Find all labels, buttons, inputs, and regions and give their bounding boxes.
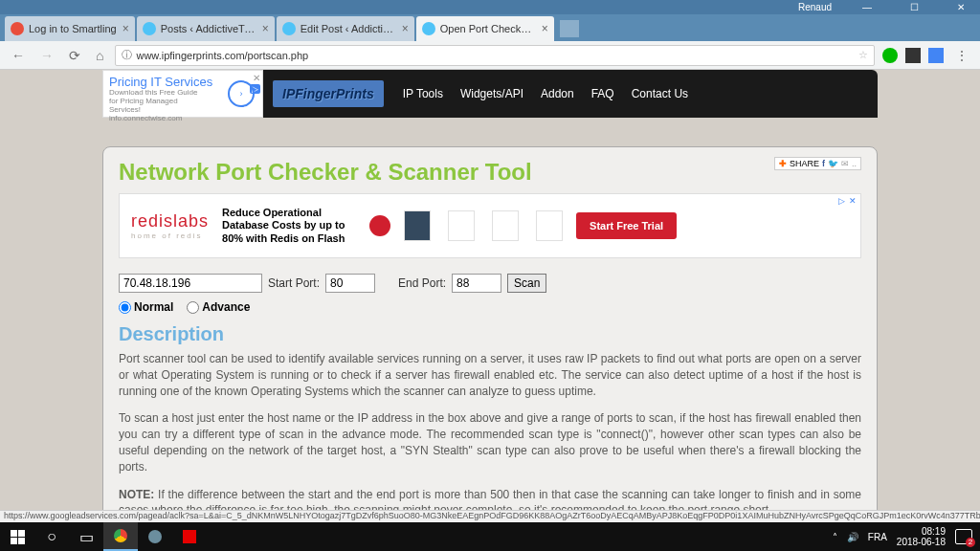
- extension-icon[interactable]: [882, 48, 898, 63]
- info-icon: ⓘ: [122, 48, 132, 62]
- ad-text: Reduce Operational Database Costs by up …: [222, 207, 356, 245]
- nav-addon[interactable]: Addon: [541, 87, 574, 100]
- tray-lang[interactable]: FRA: [868, 532, 887, 542]
- star-icon[interactable]: ☆: [858, 49, 868, 61]
- cortana-button[interactable]: ○: [34, 522, 69, 551]
- ad-brand: redislabs home of redis: [131, 211, 209, 240]
- top-strip: ✕ ▷ Pricing IT Services Download this Fr…: [102, 70, 878, 118]
- taskbar-app[interactable]: [138, 522, 172, 551]
- end-port-input[interactable]: [452, 274, 501, 293]
- close-icon[interactable]: ×: [122, 22, 129, 35]
- tab-title: Posts ‹ AddictiveTips — \: [161, 23, 256, 34]
- sidebar-ad[interactable]: ✕ ▷ Pricing IT Services Download this Fr…: [102, 70, 263, 118]
- clock-date: 2018-06-18: [897, 537, 946, 547]
- clock-time: 08:19: [897, 526, 946, 537]
- description-p1: Port scanner tool can be used to identif…: [119, 351, 861, 399]
- tab-portchecker[interactable]: Open Port Checker & Sca ×: [416, 16, 554, 41]
- ad-subtitle: Download this Free Guide for Pricing Man…: [109, 89, 205, 114]
- more-share-icon[interactable]: ..: [852, 159, 857, 168]
- browser-toolbar: ← → ⟳ ⌂ ⓘ www.ipfingerprints.com/portsca…: [0, 41, 980, 70]
- radio-normal[interactable]: Normal: [119, 300, 173, 314]
- site-logo[interactable]: IPFingerPrints: [273, 80, 384, 107]
- status-bar: https://www.googleadservices.com/pagead/…: [0, 510, 980, 522]
- tab-favicon: [422, 22, 435, 35]
- nav-iptools[interactable]: IP Tools: [403, 87, 443, 100]
- redis-logo: redislabs: [131, 211, 209, 231]
- scan-button[interactable]: Scan: [507, 274, 546, 293]
- email-icon[interactable]: ✉: [841, 159, 849, 168]
- ad-close-icon[interactable]: ✕: [253, 73, 260, 83]
- end-port-label: End Port:: [398, 276, 446, 290]
- home-button[interactable]: ⌂: [92, 46, 107, 65]
- radio-normal-input[interactable]: [119, 301, 131, 314]
- arrow-right-icon[interactable]: ›: [228, 80, 255, 107]
- tab-title: Edit Post ‹ AddictiveTips: [301, 23, 396, 34]
- close-button[interactable]: ✕: [949, 2, 972, 13]
- twitter-icon[interactable]: 🐦: [828, 159, 838, 168]
- url-text: www.ipfingerprints.com/portscan.php: [136, 50, 308, 61]
- extension-icon[interactable]: [905, 48, 921, 63]
- tray-clock[interactable]: 08:19 2018-06-18: [897, 526, 946, 547]
- nav-contact[interactable]: Contact Us: [632, 87, 688, 100]
- nav-faq[interactable]: FAQ: [591, 87, 614, 100]
- tab-posts[interactable]: Posts ‹ AddictiveTips — \ ×: [137, 16, 275, 41]
- taskbar-chrome[interactable]: [103, 522, 138, 551]
- tab-smartling[interactable]: Log in to Smartling ×: [5, 16, 135, 41]
- maximize-button[interactable]: ☐: [902, 2, 925, 13]
- tab-favicon: [282, 22, 296, 35]
- description-heading: Description: [119, 323, 861, 345]
- tab-editpost[interactable]: Edit Post ‹ AddictiveTips ×: [277, 16, 414, 41]
- page-title: Network Port Checker & Scanner Tool: [119, 159, 532, 186]
- tab-title: Open Port Checker & Sca: [440, 23, 536, 34]
- start-port-input[interactable]: [325, 274, 375, 293]
- notifications-icon[interactable]: [955, 529, 972, 544]
- status-url: https://www.googleadservices.com/pagead/…: [4, 511, 980, 520]
- extension-icons: ⋮: [882, 46, 972, 65]
- tray-volume-icon[interactable]: 🔊: [847, 532, 858, 542]
- mode-radios: Normal Advance: [119, 300, 861, 314]
- address-bar[interactable]: ⓘ www.ipfingerprints.com/portscan.php ☆: [115, 45, 875, 66]
- menu-icon[interactable]: ⋮: [951, 46, 972, 65]
- ip-input[interactable]: [119, 274, 262, 293]
- ad-graphic: [404, 210, 563, 241]
- close-icon[interactable]: ×: [402, 22, 409, 35]
- browser-tabbar: Log in to Smartling × Posts ‹ AddictiveT…: [0, 14, 980, 41]
- tray-chevron-icon[interactable]: ˄: [833, 532, 837, 542]
- description-p2: To scan a host just enter the host name …: [119, 410, 861, 474]
- radio-advance[interactable]: Advance: [187, 300, 250, 314]
- page-viewport: ✕ ▷ Pricing IT Services Download this Fr…: [0, 70, 980, 510]
- redis-icon: [369, 215, 390, 236]
- content-card: ✚ SHARE f 🐦 ✉ .. Network Port Checker & …: [102, 146, 878, 510]
- system-tray: ˄ 🔊 FRA 08:19 2018-06-18: [833, 526, 980, 547]
- close-icon[interactable]: ×: [262, 22, 269, 35]
- windows-taskbar: ○ ▭ ˄ 🔊 FRA 08:19 2018-06-18: [0, 522, 980, 551]
- start-button[interactable]: [0, 522, 34, 551]
- start-port-label: Start Port:: [268, 276, 320, 290]
- start-trial-button[interactable]: Start Free Trial: [576, 212, 677, 239]
- reload-button[interactable]: ⟳: [65, 46, 84, 65]
- window-titlebar: Renaud — ☐ ✕: [0, 0, 980, 14]
- primary-nav: IP Tools Widgets/API Addon FAQ Contact U…: [403, 87, 688, 100]
- share-label: SHARE: [790, 159, 819, 168]
- addthis-icon: ✚: [779, 159, 787, 168]
- window-user: Renaud: [798, 2, 832, 12]
- back-button[interactable]: ←: [8, 46, 29, 65]
- redis-sublogo: home of redis: [131, 231, 209, 240]
- forward-button[interactable]: →: [36, 46, 57, 65]
- close-icon[interactable]: ×: [542, 22, 548, 35]
- banner-ad[interactable]: ▷✕ redislabs home of redis Reduce Operat…: [119, 193, 861, 258]
- nav-widgets[interactable]: Widgets/API: [460, 87, 523, 100]
- scan-form: Start Port: End Port: Scan: [119, 274, 861, 293]
- radio-advance-input[interactable]: [187, 301, 199, 314]
- taskbar-app[interactable]: [172, 522, 207, 551]
- extension-icon[interactable]: [928, 48, 944, 63]
- tab-favicon: [143, 22, 156, 35]
- share-widget[interactable]: ✚ SHARE f 🐦 ✉ ..: [774, 157, 861, 170]
- facebook-icon[interactable]: f: [822, 159, 825, 168]
- new-tab-button[interactable]: [560, 20, 579, 37]
- taskbar-app[interactable]: ▭: [69, 522, 103, 551]
- minimize-button[interactable]: —: [856, 2, 879, 13]
- note-label: NOTE:: [119, 488, 154, 501]
- description-note: NOTE: If the difference between the star…: [119, 487, 861, 510]
- adchoices[interactable]: ▷✕: [838, 196, 857, 206]
